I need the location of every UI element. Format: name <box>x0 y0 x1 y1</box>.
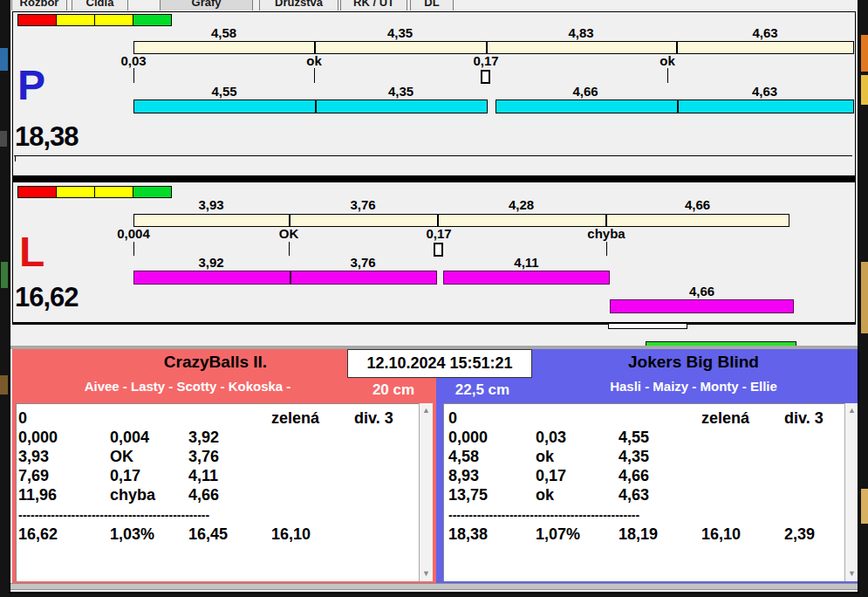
row-value: 4,66 <box>188 486 219 504</box>
target-value: 4,35 <box>314 27 486 39</box>
flag-label: zelená <box>271 409 319 427</box>
lane-letter: L <box>19 231 44 273</box>
desktop-speck <box>0 48 8 71</box>
results-list-left[interactable]: 0 zelená div. 3 0,000 0,004 3,92 3,93 OK… <box>16 403 419 581</box>
row-value: 3,76 <box>188 448 219 465</box>
row-value: ok <box>536 486 554 504</box>
scroll-up-icon[interactable]: ▲ <box>845 404 858 417</box>
measured-value: 3,92 <box>133 257 289 269</box>
total-percent: 1,03% <box>110 525 154 543</box>
bar-divider <box>677 100 679 113</box>
scroll-up-icon[interactable]: ▲ <box>420 404 433 417</box>
row-value: 11,96 <box>18 486 57 504</box>
total-reference: 16,10 <box>271 525 311 543</box>
round-number: 0 <box>448 409 457 427</box>
desktop-speck <box>861 35 868 72</box>
status-square-green <box>133 186 172 198</box>
row-value: 0,17 <box>110 467 140 484</box>
ruler-divider <box>486 42 488 53</box>
row-value: 0,03 <box>536 429 566 446</box>
tab-rk-ut[interactable]: RK / ÚT <box>340 0 407 10</box>
row-value: OK <box>110 448 133 465</box>
desktop-speck <box>861 75 868 105</box>
mark-tick <box>133 68 134 83</box>
distance-right: 22,5 cm <box>439 381 526 399</box>
total-sum: 18,38 <box>448 525 488 543</box>
measured-bar-segment <box>610 299 794 313</box>
target-ruler-bar <box>133 41 854 54</box>
row-value: 4,58 <box>448 448 479 465</box>
datetime-box: 12.10.2024 15:51:21 <box>347 349 532 378</box>
status-square-yellow <box>94 14 133 26</box>
status-square-yellow <box>56 14 95 26</box>
row-value: chyba <box>110 486 155 504</box>
tab-cidla[interactable]: Čidla <box>72 0 128 10</box>
tab-dl[interactable]: DL <box>410 0 454 10</box>
row-value: 4,11 <box>188 467 218 484</box>
row-value: 4,66 <box>619 467 649 484</box>
status-square-red <box>17 14 57 26</box>
target-value: 4,66 <box>605 199 789 211</box>
measured-bar-segment <box>443 271 610 285</box>
mark-label: OK <box>263 228 315 240</box>
row-value: 4,35 <box>619 448 649 465</box>
ruler-divider <box>314 42 316 53</box>
scrollbar-right[interactable]: ▲ ▼ <box>844 403 858 581</box>
results-list-right[interactable]: 0 zelená div. 3 0,000 0,03 4,55 4,58 ok … <box>443 403 844 581</box>
baseline-tick <box>15 156 16 161</box>
empty-box-marker <box>481 70 490 84</box>
mark-label: 0,17 <box>460 55 512 67</box>
total-measured: 18,19 <box>619 525 658 543</box>
row-value: 13,75 <box>448 486 488 504</box>
desktop-speck <box>0 375 8 395</box>
scrollbar-left[interactable]: ▲ ▼ <box>419 403 433 581</box>
status-square-yellow <box>94 186 133 198</box>
measured-value: 4,66 <box>610 285 794 298</box>
total-measured: 16,45 <box>188 525 228 543</box>
bar-divider <box>290 271 291 284</box>
target-value: 4,83 <box>486 27 676 39</box>
mark-label: ok <box>641 55 694 67</box>
row-value: 0,004 <box>110 429 149 446</box>
position-indicator-box <box>608 323 687 329</box>
mark-label: 0,17 <box>413 228 465 240</box>
ruler-divider <box>605 215 607 226</box>
app-window: Rozbor Čidla Grafy Družstva RK / ÚT DL 4… <box>9 0 859 594</box>
total-percent: 1,07% <box>536 525 580 543</box>
scroll-down-icon[interactable]: ▼ <box>845 567 858 580</box>
mark-tick <box>314 68 315 83</box>
desktop-speck <box>0 131 7 147</box>
measured-value: 4,66 <box>496 86 675 98</box>
measured-value: 3,76 <box>289 257 437 269</box>
measured-value: 4,55 <box>133 86 315 98</box>
target-value: 4,58 <box>133 27 314 39</box>
target-value: 4,28 <box>437 199 605 211</box>
lane-p-panel: 4,58 4,35 4,83 4,63 0,03 ok 0,17 ok 4,55… <box>12 11 856 176</box>
mark-label: ok <box>288 55 340 67</box>
mark-tick <box>667 68 668 83</box>
desktop-speck <box>1 262 8 288</box>
totals-separator: ----------------------------------------… <box>18 508 263 522</box>
row-value: 3,93 <box>18 448 49 465</box>
measured-bar-segment <box>496 100 854 113</box>
tab-druzstva[interactable]: Družstva <box>259 0 338 10</box>
row-value: 4,55 <box>619 429 649 446</box>
tab-rozbor[interactable]: Rozbor <box>11 0 67 10</box>
empty-box-marker <box>434 243 443 257</box>
team-left-name: CrazyBalls II. <box>41 353 390 372</box>
horizontal-scrollbar[interactable] <box>10 583 858 590</box>
scroll-down-icon[interactable]: ▼ <box>420 567 433 580</box>
mark-label: chyba <box>576 228 637 240</box>
status-square-red <box>17 186 57 198</box>
mark-label: 0,03 <box>103 55 164 67</box>
total-sum: 16,62 <box>18 525 58 543</box>
bar-divider <box>315 100 317 113</box>
lane-total: 16,62 <box>15 284 79 312</box>
team-left-players: Aivee - Lasty - Scotty - Kokoska - <box>13 379 362 394</box>
tab-grafy[interactable]: Grafy <box>160 0 253 10</box>
desktop-speck <box>861 489 868 524</box>
measured-value: 4,11 <box>443 257 610 269</box>
row-value: 3,92 <box>188 429 219 446</box>
target-ruler-bar <box>133 214 789 227</box>
baseline-rule <box>14 155 852 156</box>
